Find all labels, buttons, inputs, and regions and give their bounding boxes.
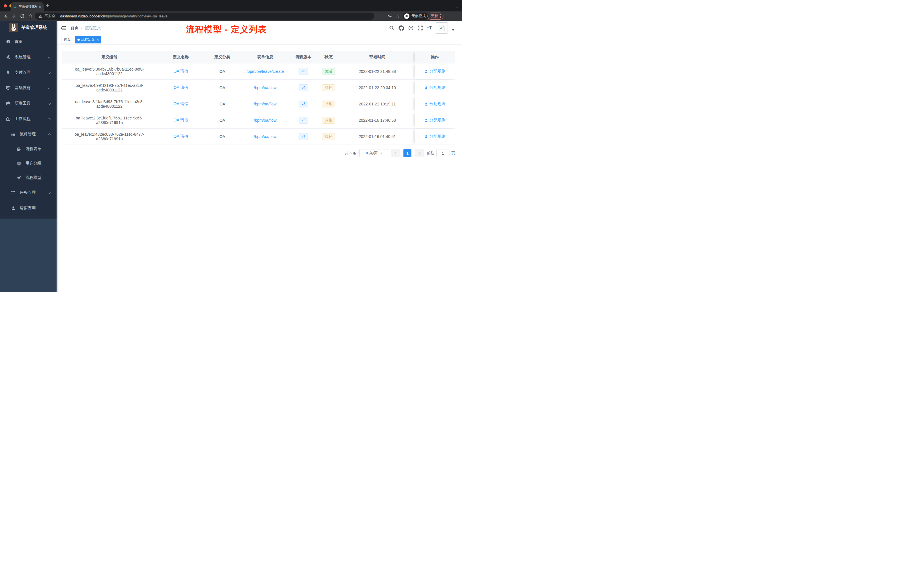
sidebar-item-dev-tools[interactable]: 研发工具 bbox=[0, 96, 56, 111]
header-actions: 操作 bbox=[414, 51, 455, 63]
page-size-select[interactable]: 10条/页 bbox=[360, 149, 388, 157]
prev-page-button[interactable] bbox=[391, 149, 400, 157]
active-dot-icon bbox=[78, 39, 80, 41]
header-form-info: 表单信息 bbox=[239, 51, 291, 63]
table-row: oa_leave:3:1fad3d93-7b75-11ec-a3c8-acde4… bbox=[62, 96, 455, 112]
search-icon[interactable] bbox=[389, 25, 394, 31]
next-page-button[interactable] bbox=[414, 149, 424, 157]
breadcrumb-home[interactable]: 首页 bbox=[71, 25, 79, 31]
definition-name-link[interactable]: OA 请假 bbox=[173, 134, 188, 139]
definition-name-link[interactable]: OA 请假 bbox=[173, 101, 188, 107]
tab-close-icon[interactable]: × bbox=[39, 5, 41, 9]
tag-process-definition[interactable]: 流程定义 × bbox=[75, 36, 101, 43]
avatar-caret-icon[interactable] bbox=[452, 29, 455, 31]
fullscreen-icon[interactable] bbox=[418, 25, 423, 31]
sidebar-item-process-management[interactable]: 流程管理 bbox=[0, 127, 56, 142]
definition-name-link[interactable]: OA 请假 bbox=[173, 118, 188, 123]
app-title: 芋道管理系统 bbox=[21, 25, 47, 30]
sidebar-item-process-model[interactable]: 流程模型 bbox=[0, 171, 56, 185]
cell-deploy-time: 2022-01-22 21:48:38 bbox=[341, 63, 413, 79]
chevron-up-icon bbox=[48, 132, 50, 137]
github-icon[interactable] bbox=[399, 25, 404, 31]
cell-category: OA bbox=[205, 112, 239, 128]
flow-icon bbox=[11, 191, 16, 195]
table-row: oa_leave:1:482ec033-762a-11ec-8477-a2380… bbox=[62, 129, 455, 145]
definition-name-link[interactable]: OA 请假 bbox=[173, 69, 188, 74]
cell-definition-id: oa_leave:1:482ec033-762a-11ec-8477-a2380… bbox=[62, 129, 157, 145]
assign-rule-link[interactable]: 分配规则 bbox=[424, 134, 446, 139]
sidebar-item-task-management[interactable]: 任务管理 bbox=[0, 185, 56, 200]
header-status: 状态 bbox=[316, 51, 341, 63]
back-icon[interactable] bbox=[3, 13, 8, 19]
goto-page-input[interactable] bbox=[436, 149, 449, 157]
help-icon[interactable]: ? bbox=[408, 25, 413, 31]
user-icon bbox=[424, 86, 428, 90]
current-page-button[interactable]: 1 bbox=[403, 149, 411, 157]
password-key-icon[interactable] bbox=[387, 13, 392, 19]
tag-home[interactable]: 首页 bbox=[61, 36, 73, 43]
form-info-link[interactable]: /bpm/oa/flow bbox=[254, 134, 276, 139]
version-badge: v4 bbox=[299, 84, 309, 91]
goto-label: 前往 bbox=[427, 150, 434, 156]
page-unit-label: 页 bbox=[451, 150, 455, 156]
tag-label: 流程定义 bbox=[81, 37, 95, 42]
cell-deploy-time: 2022-01-16 17:46:53 bbox=[341, 112, 413, 128]
sidebar-item-user-group[interactable]: 用户分组 bbox=[0, 156, 56, 171]
sidebar-item-label: 支付管理 bbox=[15, 70, 31, 75]
header-deploy-time: 部署时间 bbox=[341, 51, 413, 63]
assign-rule-link[interactable]: 分配规则 bbox=[424, 118, 446, 123]
assign-rule-link[interactable]: 分配规则 bbox=[424, 101, 446, 107]
sidebar-item-label: 工作流程 bbox=[15, 116, 31, 121]
reload-icon[interactable] bbox=[20, 13, 25, 19]
page-size-value: 10条/页 bbox=[365, 150, 378, 156]
cell-deploy-time: 2022-01-22 19:19:11 bbox=[341, 96, 413, 112]
sidebar-item-home[interactable]: 首页 bbox=[0, 34, 56, 49]
user-icon bbox=[424, 102, 428, 106]
app-logo-row[interactable]: 芋道管理系统 bbox=[0, 21, 56, 34]
font-size-icon[interactable]: TT bbox=[427, 26, 432, 30]
assign-rule-link[interactable]: 分配规则 bbox=[424, 85, 446, 90]
sidebar-item-payment[interactable]: ¥ 支付管理 bbox=[0, 65, 56, 80]
main-panel: 首页 / 流程定义 ? TT bbox=[56, 21, 462, 292]
cell-definition-id: oa_leave:3:1fad3d93-7b75-11ec-a3c8-acde4… bbox=[62, 96, 157, 112]
forward-icon[interactable] bbox=[11, 13, 16, 19]
tag-close-icon[interactable]: × bbox=[97, 38, 99, 41]
user-icon bbox=[424, 70, 428, 73]
pagination: 共 5 条 10条/页 1 前往 页 bbox=[62, 149, 455, 157]
user-icon bbox=[424, 119, 428, 122]
status-badge: 挂起 bbox=[322, 101, 335, 107]
form-info-link[interactable]: /bpm/oa/flow bbox=[254, 102, 276, 106]
tab-search-icon[interactable] bbox=[456, 5, 458, 10]
bookmark-star-icon[interactable]: ☆ bbox=[395, 13, 400, 19]
mac-close-button[interactable] bbox=[4, 4, 7, 7]
sidebar-item-infrastructure[interactable]: 基础设施 bbox=[0, 80, 56, 96]
sidebar-item-label: 用户分组 bbox=[25, 161, 41, 166]
hamburger-icon[interactable] bbox=[56, 26, 71, 31]
version-badge: v2 bbox=[299, 117, 309, 124]
table-header-row: 定义编号 定义名称 定义分类 表单信息 流程版本 状态 部署时间 操作 bbox=[62, 51, 455, 63]
form-info-link[interactable]: /bpm/oa/flow bbox=[254, 86, 276, 90]
sidebar-item-process-form[interactable]: 流程表单 bbox=[0, 142, 56, 156]
browser-menu-icon[interactable] bbox=[440, 14, 441, 18]
assign-rule-link[interactable]: 分配规则 bbox=[424, 69, 446, 74]
header-process-version: 流程版本 bbox=[291, 51, 316, 63]
sidebar-item-system[interactable]: 系统管理 bbox=[0, 49, 56, 65]
svg-text:?: ? bbox=[410, 26, 412, 30]
sidebar-item-label: 请假查询 bbox=[20, 205, 36, 211]
home-icon[interactable] bbox=[27, 13, 33, 19]
form-info-link[interactable]: /bpm/oa/leave/create bbox=[247, 69, 284, 74]
sidebar-item-leave-query[interactable]: 请假查询 bbox=[0, 200, 56, 216]
form-info-link[interactable]: /bpm/oa/flow bbox=[254, 118, 276, 122]
header-definition-category: 定义分类 bbox=[205, 51, 239, 63]
definition-name-link[interactable]: OA 请假 bbox=[173, 85, 188, 90]
sidebar-item-workflow[interactable]: 工作流程 bbox=[0, 111, 56, 127]
browser-tab[interactable]: 芋道管理系统 × bbox=[11, 2, 44, 12]
breadcrumb-separator: / bbox=[81, 26, 82, 30]
url-bar[interactable]: 不安全 dashboard.yudao.iocoder.cn/bpm/manag… bbox=[35, 13, 374, 20]
toolbox-icon bbox=[6, 101, 11, 106]
sidebar-item-label: 系统管理 bbox=[15, 54, 31, 60]
chrome-update-button[interactable]: 更新 bbox=[427, 13, 444, 20]
avatar[interactable] bbox=[436, 22, 447, 34]
navbar-actions: ? TT bbox=[389, 21, 455, 35]
new-tab-button[interactable]: + bbox=[46, 3, 49, 9]
